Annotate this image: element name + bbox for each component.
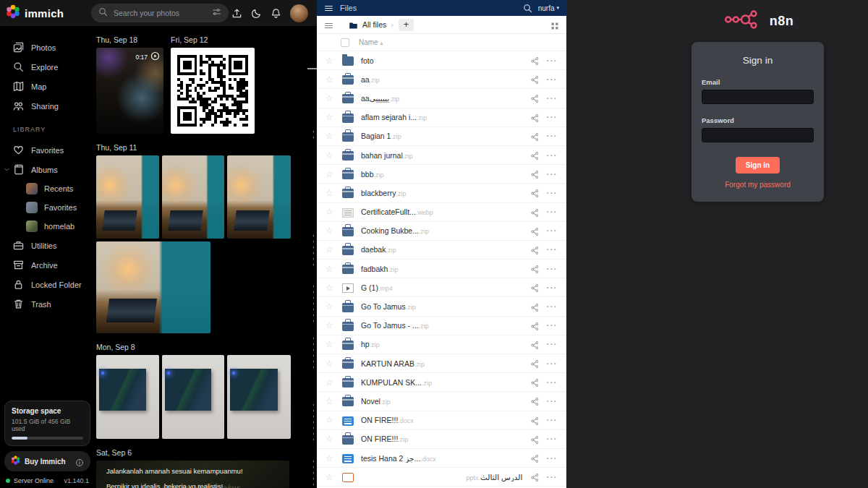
file-row[interactable]: ☆ ON FIRE!!!.docx ··· [317, 411, 566, 430]
file-row[interactable]: ☆ daebak.zip ··· [317, 241, 566, 260]
photo-thumbnail[interactable] [96, 241, 210, 333]
immich-logo[interactable]: immich [6, 4, 91, 22]
file-row[interactable]: ☆ Go To Jamus - ....zip ··· [317, 317, 566, 335]
photo-thumbnail[interactable] [96, 155, 159, 239]
new-file-button[interactable]: + [399, 19, 414, 31]
file-row[interactable]: ☆ aa.zip ··· [317, 70, 566, 89]
favorite-star-icon[interactable]: ☆ [326, 397, 335, 406]
forgot-password-link[interactable]: Forgot my password [702, 181, 814, 189]
sidebar-toggle-icon[interactable] [324, 20, 333, 30]
more-actions-icon[interactable]: ··· [547, 265, 558, 273]
user-menu[interactable]: nurfa ▾ [538, 4, 559, 12]
file-row[interactable]: ☆ foto ··· [317, 51, 566, 70]
more-actions-icon[interactable]: ··· [547, 151, 558, 160]
favorite-star-icon[interactable]: ☆ [326, 151, 335, 160]
share-icon[interactable] [530, 113, 540, 122]
file-row[interactable]: ☆ aflam sejarah i....zip ··· [317, 108, 566, 127]
password-field[interactable] [702, 128, 814, 142]
more-actions-icon[interactable]: ··· [547, 473, 558, 481]
favorite-star-icon[interactable]: ☆ [326, 132, 335, 140]
favorite-star-icon[interactable]: ☆ [326, 170, 335, 179]
album-item[interactable]: Recents [0, 179, 93, 198]
file-row[interactable]: ☆ tesis Hana 2 جز....docx ··· [317, 449, 566, 468]
file-row[interactable]: ☆ Cooking Bukbe....zip ··· [317, 222, 566, 241]
video-thumbnail[interactable]: 0:17 [96, 48, 163, 134]
sign-in-button[interactable]: Sign in [736, 157, 780, 174]
share-icon[interactable] [530, 302, 540, 312]
sidebar-item[interactable]: Trash [0, 294, 93, 314]
sidebar-item[interactable]: Archive [0, 255, 93, 275]
select-all-checkbox[interactable] [341, 38, 349, 47]
favorite-star-icon[interactable]: ☆ [326, 359, 335, 368]
share-icon[interactable] [530, 245, 540, 254]
share-icon[interactable] [530, 207, 540, 217]
quote-image[interactable]: Jalankanlah amanah sesuai kemampuanmu! B… [96, 461, 289, 488]
share-icon[interactable] [530, 188, 540, 197]
sidebar-item[interactable]: Explore [0, 57, 93, 77]
info-icon[interactable] [75, 457, 84, 466]
file-row[interactable]: ☆ blackberry.zip ··· [317, 184, 566, 202]
more-actions-icon[interactable]: ··· [547, 189, 558, 197]
more-actions-icon[interactable]: ··· [547, 378, 558, 387]
sidebar-item[interactable]: Map [0, 77, 93, 96]
share-icon[interactable] [530, 169, 540, 179]
search-input[interactable] [114, 9, 206, 17]
favorite-star-icon[interactable]: ☆ [326, 207, 335, 216]
favorite-star-icon[interactable]: ☆ [326, 245, 335, 254]
sidebar-item[interactable]: Albums [0, 160, 93, 179]
share-icon[interactable] [530, 377, 540, 387]
more-actions-icon[interactable]: ··· [547, 226, 558, 235]
photo-thumbnail[interactable] [162, 355, 224, 439]
share-icon[interactable] [530, 150, 540, 160]
favorite-star-icon[interactable]: ☆ [326, 340, 335, 348]
album-item[interactable]: homelab [0, 217, 93, 236]
more-actions-icon[interactable]: ··· [547, 207, 558, 216]
more-actions-icon[interactable]: ··· [547, 340, 558, 348]
file-row[interactable]: ☆ KUMPULAN SK....zip ··· [317, 373, 566, 392]
more-actions-icon[interactable]: ··· [547, 416, 558, 424]
name-column-header[interactable]: Name ▴ [359, 38, 383, 46]
share-icon[interactable] [530, 359, 540, 368]
favorite-star-icon[interactable]: ☆ [326, 283, 335, 292]
album-item[interactable]: Favorites [0, 198, 93, 217]
sidebar-item[interactable]: Sharing [0, 96, 93, 116]
email-field[interactable] [702, 90, 814, 104]
qr-code-image[interactable] [171, 48, 255, 134]
file-row[interactable]: ☆ Bagian 1.zip ··· [317, 127, 566, 146]
favorite-star-icon[interactable]: ☆ [326, 416, 335, 424]
file-row[interactable]: ☆ G (1).mp4 ··· [317, 278, 566, 297]
share-icon[interactable] [530, 132, 540, 141]
share-icon[interactable] [530, 264, 540, 273]
favorite-star-icon[interactable]: ☆ [326, 94, 335, 103]
share-icon[interactable] [530, 321, 540, 330]
more-actions-icon[interactable]: ··· [547, 113, 558, 121]
more-actions-icon[interactable]: ··· [547, 359, 558, 368]
file-row[interactable]: ☆ hp.zip ··· [317, 335, 566, 354]
share-icon[interactable] [530, 283, 540, 292]
timeline-scrub-handle[interactable] [307, 68, 317, 69]
sidebar-item[interactable]: Favorites [0, 140, 93, 160]
more-actions-icon[interactable]: ··· [547, 283, 558, 292]
buy-immich-button[interactable]: Buy Immich [4, 451, 90, 471]
favorite-star-icon[interactable]: ☆ [326, 321, 335, 330]
share-icon[interactable] [530, 453, 540, 463]
share-icon[interactable] [530, 396, 540, 406]
favorite-star-icon[interactable]: ☆ [326, 302, 335, 311]
more-actions-icon[interactable]: ··· [547, 397, 558, 406]
more-actions-icon[interactable]: ··· [547, 321, 558, 330]
sidebar-item[interactable]: Utilities [0, 236, 93, 255]
share-icon[interactable] [530, 74, 540, 84]
file-row[interactable]: ☆ aaييييييي.zip ··· [317, 89, 566, 108]
share-icon[interactable] [530, 416, 540, 425]
file-row[interactable]: ☆ الدرس الثالث.pptx ··· [317, 468, 566, 487]
chevron-down-icon[interactable] [4, 166, 10, 172]
favorite-star-icon[interactable]: ☆ [326, 189, 335, 197]
breadcrumb[interactable]: All files › [349, 20, 393, 30]
search-bar[interactable] [91, 4, 229, 22]
more-actions-icon[interactable]: ··· [547, 435, 558, 443]
filter-icon[interactable] [212, 7, 221, 20]
favorite-star-icon[interactable]: ☆ [326, 226, 335, 235]
file-row[interactable]: ☆ fadbakh.zip ··· [317, 260, 566, 278]
share-icon[interactable] [530, 93, 540, 103]
timeline-scrubber[interactable] [299, 26, 317, 488]
